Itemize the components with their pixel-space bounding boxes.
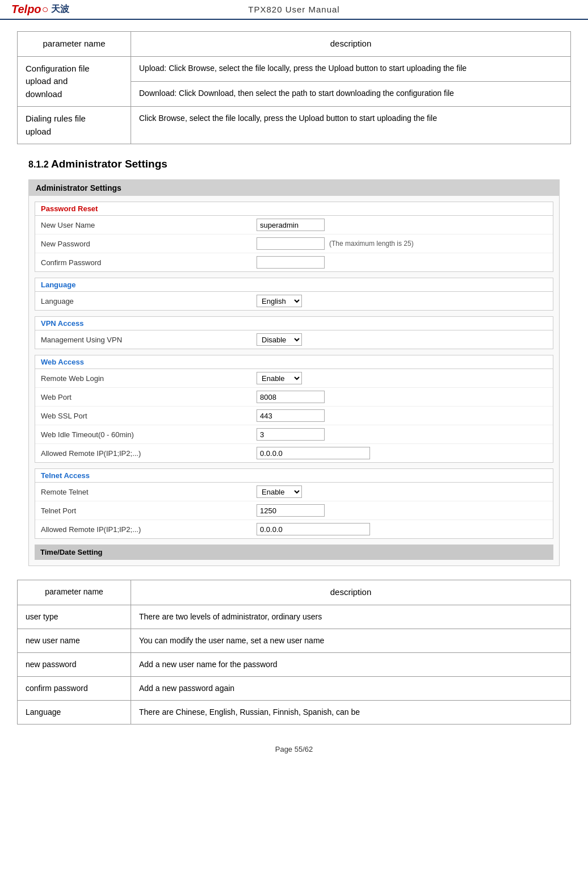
bottom-col-header-param: parameter name	[18, 580, 131, 605]
param-cell: Dialing rules fileupload	[18, 107, 131, 144]
form-row-idle-timeout: Web Idle Timeout(0 - 60min)	[35, 425, 553, 444]
form-row-telnet-port: Telnet Port	[35, 501, 553, 520]
form-row-remote-web: Remote Web Login Enable Disable	[35, 369, 553, 388]
language-title: Language	[35, 278, 553, 292]
label-telnet-port: Telnet Port	[41, 506, 257, 515]
label-confirm-password: Confirm Password	[41, 258, 257, 267]
label-vpn: Management Using VPN	[41, 336, 257, 344]
table-row: Dialing rules fileupload Click Browse, s…	[18, 107, 571, 144]
label-idle-timeout: Web Idle Timeout(0 - 60min)	[41, 430, 257, 439]
telnet-access-title: Telnet Access	[35, 469, 553, 483]
table-row: confirm password Add a new password agai…	[18, 676, 571, 700]
input-confirm-password[interactable]	[257, 256, 325, 269]
page-title: TPX820 User Manual	[248, 5, 339, 14]
desc-cell: Add a new user name for the password	[131, 652, 571, 676]
form-row-remote-telnet: Remote Telnet Enable Disable	[35, 483, 553, 501]
control-area-language: English Chinese Russian Finnish Spanish	[257, 295, 302, 307]
desc-cell: Add a new password again	[131, 676, 571, 700]
page-header: Telpo ○ 天波 TPX820 User Manual	[0, 0, 588, 20]
password-hint: (The maximum length is 25)	[329, 240, 414, 248]
select-remote-web[interactable]: Enable Disable	[257, 372, 302, 384]
param-cell: new password	[18, 652, 131, 676]
admin-settings-panel: Administrator Settings Password Reset Ne…	[28, 179, 560, 566]
main-content: parameter name description Configuration…	[0, 20, 588, 736]
password-reset-group: Password Reset New User Name New Passwor…	[35, 202, 553, 272]
logo: Telpo ○ 天波	[11, 3, 69, 16]
section-heading: 8.1.2 Administrator Settings	[28, 158, 571, 170]
table-row: Configuration fileupload anddownload Upl…	[18, 56, 571, 81]
admin-panel-title: Administrator Settings	[29, 180, 559, 196]
label-language: Language	[41, 297, 257, 305]
label-ssl-port: Web SSL Port	[41, 412, 257, 420]
control-area-web-port	[257, 391, 325, 403]
control-area-telnet-port	[257, 504, 325, 517]
page-number: Page 55/62	[275, 745, 313, 753]
form-row-allowed-ip-telnet: Allowed Remote IP(IP1;IP2;...)	[35, 520, 553, 538]
label-allowed-ip-web: Allowed Remote IP(IP1;IP2;...)	[41, 449, 257, 458]
vpn-access-title: VPN Access	[35, 317, 553, 330]
input-allowed-ip-telnet[interactable]	[257, 523, 370, 535]
control-area-remote-web: Enable Disable	[257, 372, 302, 384]
top-table: parameter name description Configuration…	[17, 31, 571, 144]
desc-cell: Download: Click Download, then select th…	[131, 81, 571, 106]
form-row-vpn: Management Using VPN Disable Enable	[35, 330, 553, 349]
input-allowed-ip-web[interactable]	[257, 447, 370, 459]
form-row-password: New Password (The maximum length is 25)	[35, 234, 553, 253]
page-footer: Page 55/62	[0, 736, 588, 763]
section-title: Administrator Settings	[51, 158, 167, 170]
select-vpn[interactable]: Disable Enable	[257, 333, 302, 346]
section-number: 8.1.2	[28, 160, 51, 169]
param-cell: confirm password	[18, 676, 131, 700]
table-row: new password Add a new user name for the…	[18, 652, 571, 676]
form-row-web-port: Web Port	[35, 388, 553, 407]
col-header-desc: description	[131, 32, 571, 57]
desc-cell: There are Chinese, English, Russian, Fin…	[131, 700, 571, 724]
time-date-label: Time/Date Setting	[40, 548, 103, 556]
desc-cell: There are two levels of administrator, o…	[131, 605, 571, 629]
desc-cell: You can modify the user name, set a new …	[131, 629, 571, 652]
bottom-table: parameter name description user type The…	[17, 580, 571, 725]
web-access-title: Web Access	[35, 355, 553, 369]
table-row: user type There are two levels of admini…	[18, 605, 571, 629]
desc-cell: Click Browse, select the file locally, p…	[131, 107, 571, 144]
input-web-port[interactable]	[257, 391, 325, 403]
input-ssl-port[interactable]	[257, 409, 325, 422]
param-cell: Configuration fileupload anddownload	[18, 56, 131, 107]
control-area-vpn: Disable Enable	[257, 333, 302, 346]
table-row: Language There are Chinese, English, Rus…	[18, 700, 571, 724]
logo-chinese: 天波	[51, 3, 69, 15]
input-idle-timeout[interactable]	[257, 428, 325, 441]
control-area-remote-telnet: Enable Disable	[257, 485, 302, 498]
label-remote-web: Remote Web Login	[41, 374, 257, 383]
label-allowed-ip-telnet: Allowed Remote IP(IP1;IP2;...)	[41, 525, 257, 534]
label-new-password: New Password	[41, 240, 257, 248]
time-date-bar: Time/Date Setting	[35, 545, 553, 560]
input-telnet-port[interactable]	[257, 504, 325, 517]
logo-icon: ○	[42, 3, 49, 16]
control-area-username	[257, 219, 325, 231]
select-remote-telnet[interactable]: Enable Disable	[257, 485, 302, 498]
label-web-port: Web Port	[41, 393, 257, 401]
col-header-param: parameter name	[18, 32, 131, 57]
select-language[interactable]: English Chinese Russian Finnish Spanish	[257, 295, 302, 307]
form-row-username: New User Name	[35, 216, 553, 234]
control-area-confirm	[257, 256, 325, 269]
control-area-idle-timeout	[257, 428, 325, 441]
control-area-allowed-ip-web	[257, 447, 370, 459]
input-new-username[interactable]	[257, 219, 325, 231]
param-cell: user type	[18, 605, 131, 629]
desc-cell: Upload: Click Browse, select the file lo…	[131, 56, 571, 81]
form-row-language: Language English Chinese Russian Finnish…	[35, 292, 553, 310]
table-row: new user name You can modify the user na…	[18, 629, 571, 652]
bottom-col-header-desc: description	[131, 580, 571, 605]
vpn-access-group: VPN Access Management Using VPN Disable …	[35, 316, 553, 349]
password-reset-title: Password Reset	[35, 202, 553, 216]
language-group: Language Language English Chinese Russia…	[35, 278, 553, 311]
param-cell: Language	[18, 700, 131, 724]
label-remote-telnet: Remote Telnet	[41, 488, 257, 496]
input-new-password[interactable]	[257, 237, 325, 250]
logo-brand: Telpo	[11, 3, 41, 16]
control-area-ssl-port	[257, 409, 325, 422]
label-new-username: New User Name	[41, 221, 257, 229]
control-area-password: (The maximum length is 25)	[257, 237, 414, 250]
